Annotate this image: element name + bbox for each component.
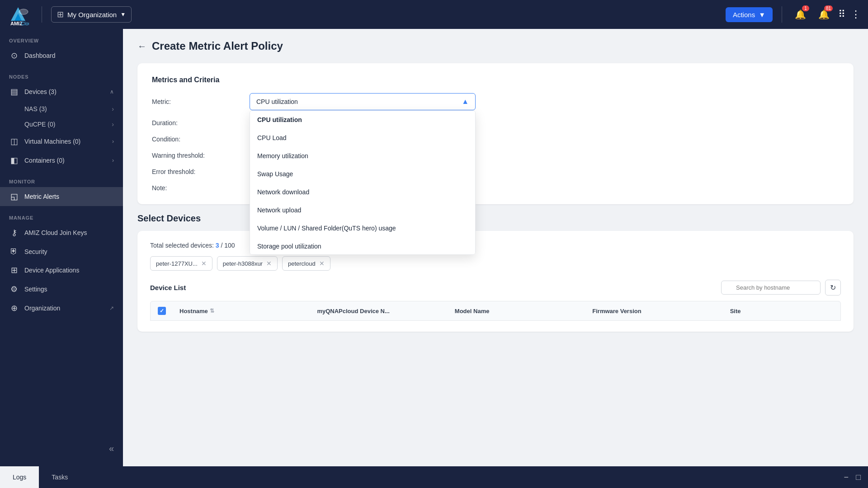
device-tag-0: peter-1277XU... ✕ bbox=[150, 256, 212, 271]
bottom-tabs: Logs Tasks bbox=[0, 466, 80, 488]
sidebar-item-organization[interactable]: ⊕ Organization ↗ bbox=[0, 299, 123, 318]
svg-text:Cloud: Cloud bbox=[21, 21, 29, 25]
table-col-model: Model Name bbox=[455, 308, 592, 314]
total-devices-max: 100 bbox=[224, 242, 235, 249]
dashboard-icon: ⊙ bbox=[9, 51, 19, 61]
sidebar-item-join-keys[interactable]: ⚷ AMIZ Cloud Join Keys bbox=[0, 223, 123, 242]
warning-threshold-label: Warning threshold: bbox=[152, 152, 242, 159]
device-tag-remove-2[interactable]: ✕ bbox=[319, 260, 325, 267]
refresh-button[interactable]: ↻ bbox=[825, 280, 841, 296]
alerts-button[interactable]: 🔔 81 bbox=[815, 5, 833, 23]
metric-dropdown-trigger[interactable]: CPU utilization ▲ bbox=[250, 93, 476, 110]
selected-devices-list: peter-1277XU... ✕ peter-h3088xur ✕ peter… bbox=[150, 256, 841, 271]
organization-external-icon: ↗ bbox=[109, 305, 114, 311]
sidebar-collapse-button[interactable]: « bbox=[109, 443, 114, 454]
sidebar-item-qucpe[interactable]: QuCPE (0) › bbox=[0, 117, 123, 132]
device-list-title: Device List bbox=[150, 284, 186, 291]
select-devices-title: Select Devices bbox=[137, 213, 854, 224]
sidebar-item-containers[interactable]: ◧ Containers (0) › bbox=[0, 151, 123, 170]
qucpe-arrow-icon: › bbox=[112, 121, 114, 128]
logo-area: AMIZ Cloud bbox=[7, 4, 29, 25]
header-divider-2 bbox=[782, 6, 782, 23]
sidebar-item-security[interactable]: ⛨ Security bbox=[0, 242, 123, 261]
device-apps-icon: ⊞ bbox=[9, 265, 19, 275]
security-label: Security bbox=[24, 248, 114, 255]
table-col-firmware: Firmware Version bbox=[592, 308, 730, 314]
bottom-right: − □ bbox=[844, 473, 868, 482]
back-button[interactable]: ← bbox=[137, 41, 146, 52]
total-devices-label: Total selected devices: bbox=[150, 242, 214, 249]
actions-label: Actions bbox=[733, 11, 755, 19]
apps-grid-icon[interactable]: ⠿ bbox=[838, 9, 845, 20]
content-area: ← Create Metric Alert Policy Metrics and… bbox=[123, 29, 868, 466]
error-threshold-label: Error threshold: bbox=[152, 168, 242, 175]
metrics-section-title: Metrics and Criteria bbox=[152, 76, 839, 84]
hostname-col-label: Hostname bbox=[179, 308, 208, 314]
dropdown-option-cpu-load[interactable]: CPU Load bbox=[250, 129, 475, 147]
manage-section-label: Manage bbox=[0, 206, 123, 223]
dropdown-option-swap[interactable]: Swap Usage bbox=[250, 165, 475, 183]
metric-form-row: Metric: CPU utilization ▲ CPU utilizatio… bbox=[152, 93, 839, 110]
metric-dropdown-menu: CPU utilization CPU Load Memory utilizat… bbox=[250, 110, 476, 255]
settings-icon: ⚙ bbox=[9, 284, 19, 294]
bottom-bar: Logs Tasks − □ bbox=[0, 466, 868, 488]
table-col-check: ✓ bbox=[158, 307, 179, 315]
page-header: ← Create Metric Alert Policy bbox=[137, 40, 854, 52]
site-col-label: Site bbox=[730, 308, 741, 314]
header-right: Actions ▼ 🔔 1 🔔 81 ⠿ ⋮ bbox=[726, 5, 861, 23]
sidebar-item-settings[interactable]: ⚙ Settings bbox=[0, 280, 123, 299]
organization-icon: ⊕ bbox=[9, 303, 19, 313]
dropdown-option-storage[interactable]: Storage pool utilization bbox=[250, 237, 475, 255]
dropdown-option-network-ul[interactable]: Network upload bbox=[250, 201, 475, 219]
minimize-button[interactable]: − bbox=[844, 473, 849, 482]
device-list-header: Device List 🔍 ↻ bbox=[150, 280, 841, 296]
org-selector[interactable]: ⊞ My Organization ▼ bbox=[51, 6, 132, 23]
note-label: Note: bbox=[152, 184, 242, 192]
org-chevron-icon: ▼ bbox=[120, 11, 126, 18]
vm-arrow-icon: › bbox=[112, 138, 114, 145]
dropdown-option-cpu-util[interactable]: CPU utilization bbox=[250, 111, 475, 129]
sidebar-item-metric-alerts[interactable]: ◱ Metric Alerts bbox=[0, 187, 123, 206]
logo-icon: AMIZ Cloud bbox=[7, 4, 29, 25]
condition-label: Condition: bbox=[152, 136, 242, 143]
organization-label: Organization bbox=[24, 305, 104, 312]
more-options-icon[interactable]: ⋮ bbox=[851, 9, 861, 20]
sidebar-item-devices[interactable]: ▤ Devices (3) ∧ bbox=[0, 82, 123, 101]
actions-button[interactable]: Actions ▼ bbox=[726, 7, 773, 22]
dropdown-option-volume[interactable]: Volume / LUN / Shared Folder(QuTS hero) … bbox=[250, 219, 475, 237]
dropdown-option-memory[interactable]: Memory utilization bbox=[250, 147, 475, 165]
containers-arrow-icon: › bbox=[112, 157, 114, 164]
tasks-tab-label: Tasks bbox=[52, 474, 68, 481]
notifications-button[interactable]: 🔔 1 bbox=[791, 5, 809, 23]
sidebar-item-nas[interactable]: NAS (3) › bbox=[0, 101, 123, 117]
security-icon: ⛨ bbox=[9, 247, 19, 256]
hostname-sort-icon[interactable]: ⇅ bbox=[210, 308, 214, 314]
select-all-checkbox[interactable]: ✓ bbox=[158, 307, 166, 315]
actions-chevron-icon: ▼ bbox=[759, 11, 765, 19]
dropdown-arrow-icon: ▲ bbox=[462, 98, 469, 106]
tab-logs[interactable]: Logs bbox=[0, 466, 39, 488]
sidebar-item-dashboard[interactable]: ⊙ Dashboard bbox=[0, 46, 123, 65]
sidebar-item-device-applications[interactable]: ⊞ Device Applications bbox=[0, 261, 123, 280]
header-divider bbox=[42, 6, 42, 23]
metric-label: Metric: bbox=[152, 98, 242, 105]
table-col-site: Site bbox=[730, 308, 833, 314]
dropdown-option-network-dl[interactable]: Network download bbox=[250, 183, 475, 201]
search-input[interactable] bbox=[721, 281, 821, 295]
tab-tasks[interactable]: Tasks bbox=[39, 466, 80, 488]
maximize-button[interactable]: □ bbox=[856, 473, 861, 482]
device-list-controls: 🔍 ↻ bbox=[721, 280, 841, 296]
dashboard-label: Dashboard bbox=[24, 52, 114, 59]
device-tag-remove-0[interactable]: ✕ bbox=[201, 260, 207, 267]
devices-icon: ▤ bbox=[9, 87, 19, 97]
firmware-col-label: Firmware Version bbox=[592, 308, 641, 314]
metric-selected-value: CPU utilization bbox=[256, 98, 298, 105]
device-tag-remove-1[interactable]: ✕ bbox=[266, 260, 272, 267]
nas-arrow-icon: › bbox=[112, 105, 114, 113]
total-devices-count: 3 bbox=[216, 242, 219, 249]
main-layout: Overview ⊙ Dashboard Nodes ▤ Devices (3)… bbox=[0, 29, 868, 466]
device-tag-label-0: peter-1277XU... bbox=[156, 260, 198, 267]
sidebar-item-vms[interactable]: ◫ Virtual Machines (0) › bbox=[0, 132, 123, 151]
table-header-row: ✓ Hostname ⇅ myQNAPcloud Device N... Mod… bbox=[150, 301, 841, 321]
device-apps-label: Device Applications bbox=[24, 267, 114, 274]
